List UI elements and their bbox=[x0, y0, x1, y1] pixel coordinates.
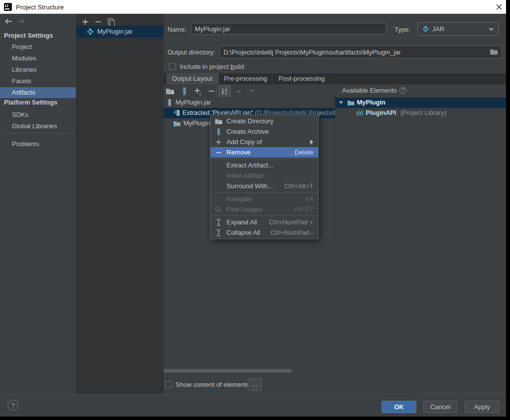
tree-row-myplugin-jar[interactable]: MyPlugin.jar bbox=[164, 98, 335, 108]
minus-icon bbox=[215, 149, 227, 157]
artifact-name-input[interactable] bbox=[191, 23, 387, 35]
ok-button[interactable]: OK bbox=[382, 401, 416, 413]
module-icon bbox=[347, 99, 355, 108]
menu-item-add-copy-of[interactable]: Add Copy of bbox=[211, 137, 318, 147]
sidebar-item-project[interactable]: Project bbox=[0, 42, 76, 52]
menu-item-surround-with[interactable]: Surround With... Ctrl+Alt+T bbox=[211, 181, 318, 191]
output-directory-input[interactable] bbox=[220, 46, 502, 58]
submenu-arrow-icon bbox=[310, 140, 313, 145]
menu-separator bbox=[211, 192, 318, 193]
show-content-checkbox[interactable] bbox=[165, 381, 172, 388]
menu-separator bbox=[211, 158, 318, 159]
plus-icon bbox=[215, 138, 227, 146]
window-title: Project Structure bbox=[16, 3, 64, 11]
move-up-icon[interactable] bbox=[234, 87, 243, 96]
sidebar-header-platform-settings: Platform Settings bbox=[4, 99, 57, 106]
sidebar-item-modules[interactable]: Modules bbox=[0, 53, 76, 64]
search-icon bbox=[215, 206, 227, 213]
new-archive-icon[interactable] bbox=[180, 87, 189, 96]
help-button[interactable]: ? bbox=[7, 400, 18, 411]
tree-row-available-myplugin[interactable]: MyPlugin bbox=[335, 98, 506, 108]
tab-pre-processing[interactable]: Pre-processing bbox=[219, 73, 273, 84]
chevron-down-icon bbox=[489, 28, 494, 31]
sidebar-item-problems[interactable]: Problems bbox=[0, 139, 76, 150]
sidebar-divider bbox=[1, 133, 75, 133]
artifact-list-item[interactable]: MyPlugin:jar bbox=[76, 26, 164, 38]
type-dropdown[interactable]: JAR bbox=[417, 22, 499, 36]
menu-item-create-directory[interactable]: Create Directory bbox=[211, 116, 318, 126]
forward-arrow-icon[interactable] bbox=[17, 17, 27, 27]
intellij-logo-icon: IJ bbox=[4, 3, 12, 11]
sidebar-item-artifacts[interactable]: Artifacts bbox=[0, 87, 76, 98]
artifact-tabs: Output Layout Pre-processing Post-proces… bbox=[164, 73, 506, 84]
sidebar-item-facets[interactable]: Facets bbox=[0, 76, 76, 87]
project-structure-dialog: IJ Project Structure Project Settings Pr… bbox=[0, 0, 506, 417]
collapse-all-icon bbox=[215, 229, 227, 237]
menu-item-expand-all[interactable]: Expand All Ctrl+NumPad + bbox=[211, 217, 318, 227]
new-directory-icon bbox=[215, 117, 227, 125]
menu-item-extract-artifact[interactable]: Extract Artifact... bbox=[211, 160, 318, 170]
sidebar-item-sdks[interactable]: SDKs bbox=[0, 109, 76, 120]
tab-output-layout[interactable]: Output Layout bbox=[167, 73, 219, 84]
move-down-icon[interactable] bbox=[247, 87, 256, 96]
module-output-icon bbox=[173, 119, 181, 129]
settings-sidebar: Project Settings Project Modules Librari… bbox=[0, 14, 76, 394]
output-directory-label: Output directory: bbox=[168, 49, 215, 56]
help-question-icon[interactable]: ? bbox=[399, 87, 406, 94]
tree-row-available-pluginapi[interactable]: PluginAPI (Project Library) bbox=[335, 108, 506, 118]
jar-type-icon bbox=[422, 25, 429, 33]
artifact-list-item-label: MyPlugin:jar bbox=[97, 28, 133, 35]
sidebar-item-global-libraries[interactable]: Global Libraries bbox=[0, 121, 76, 132]
name-label: Name: bbox=[168, 26, 186, 33]
screen-background: IJ Project Structure Project Settings Pr… bbox=[0, 0, 510, 420]
menu-item-remove[interactable]: Remove Delete bbox=[211, 147, 318, 158]
remove-artifact-icon[interactable] bbox=[94, 17, 103, 26]
archive-icon bbox=[166, 99, 173, 108]
menu-item-create-archive[interactable]: Create Archive bbox=[211, 126, 318, 137]
toolbar-separator bbox=[216, 88, 217, 95]
dialog-footer: ? OK Cancel Apply bbox=[0, 394, 506, 417]
menu-separator bbox=[211, 215, 318, 216]
type-label: Type: bbox=[395, 26, 410, 33]
menu-item-inline-artifact: Inline Artifact bbox=[211, 170, 318, 181]
extracted-dir-icon bbox=[173, 109, 181, 118]
back-arrow-icon[interactable] bbox=[4, 17, 14, 27]
cancel-button[interactable]: Cancel bbox=[423, 401, 457, 413]
sidebar-header-project-settings: Project Settings bbox=[4, 32, 53, 39]
svg-text:z: z bbox=[225, 91, 227, 96]
artifacts-list-panel: MyPlugin:jar bbox=[76, 14, 164, 394]
jar-artifact-icon bbox=[86, 28, 94, 38]
type-dropdown-value: JAR bbox=[432, 25, 445, 33]
more-options-button[interactable]: ... bbox=[248, 378, 262, 391]
menu-item-find-usages: Find Usages Alt+F7 bbox=[211, 204, 318, 214]
expander-chevron-icon[interactable] bbox=[338, 100, 344, 107]
apply-button[interactable]: Apply bbox=[464, 401, 500, 413]
show-content-label: Show content of elements bbox=[175, 381, 250, 388]
sort-elements-toggle[interactable]: az bbox=[219, 85, 230, 97]
add-copy-icon[interactable] bbox=[193, 87, 202, 96]
library-icon bbox=[356, 109, 364, 118]
titlebar: IJ Project Structure bbox=[0, 0, 506, 14]
expand-all-icon bbox=[215, 218, 227, 226]
menu-item-navigate: Navigate F4 bbox=[211, 194, 318, 204]
new-directory-icon[interactable] bbox=[166, 87, 174, 96]
library-origin-suffix: (Project Library) bbox=[400, 109, 446, 116]
close-icon[interactable] bbox=[494, 2, 505, 12]
horizontal-scrollbar-thumb[interactable] bbox=[164, 369, 291, 372]
menu-item-collapse-all[interactable]: Collapse All Ctrl+NumPad - bbox=[211, 227, 318, 238]
available-elements-header: Available Elements ? bbox=[342, 87, 406, 94]
archive-icon bbox=[215, 128, 227, 136]
folder-browse-icon[interactable] bbox=[490, 48, 498, 57]
include-in-build-checkbox[interactable] bbox=[169, 63, 176, 70]
copy-artifact-icon[interactable] bbox=[107, 17, 115, 26]
add-artifact-icon[interactable] bbox=[81, 17, 90, 26]
tab-post-processing[interactable]: Post-processing bbox=[273, 73, 331, 84]
context-menu: Create Directory Create Archive Add Copy… bbox=[210, 114, 319, 239]
include-in-build-label: Include in project build bbox=[180, 63, 244, 70]
sidebar-item-libraries[interactable]: Libraries bbox=[0, 64, 76, 75]
remove-element-icon[interactable] bbox=[207, 87, 216, 96]
